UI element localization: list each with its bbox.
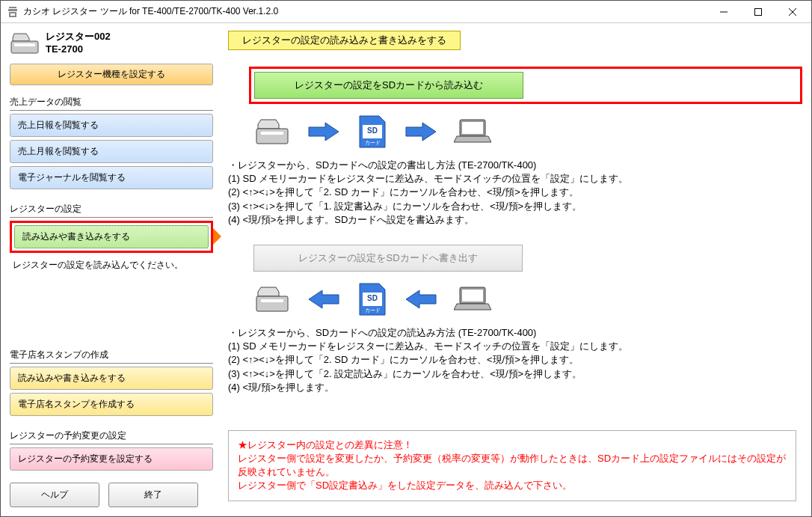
daily-report-button[interactable]: 売上日報を閲覧する (10, 114, 213, 137)
svg-rect-0 (10, 13, 15, 16)
svg-text:SD: SD (367, 126, 378, 135)
svg-rect-8 (261, 132, 283, 135)
read-flow-row: SDカード (253, 114, 802, 151)
settings-rw-button[interactable]: 読み込みや書き込みをする (14, 225, 209, 248)
svg-rect-2 (755, 8, 762, 15)
svg-text:カード: カード (365, 308, 381, 313)
write-to-sd-button[interactable]: レジスターの設定をSDカードへ書き出す (253, 245, 523, 272)
sd-card-icon: SDカード (357, 282, 388, 319)
section-sales-label: 売上データの閲覧 (10, 96, 213, 111)
exit-button[interactable]: 終了 (108, 483, 198, 507)
title-bar: カシオ レジスター ツール for TE-400/TE-2700/TK-400 … (1, 1, 811, 23)
journal-button[interactable]: 電子ジャーナルを閲覧する (10, 166, 213, 189)
warning-box: ★レジスター内の設定との差異に注意！ レジスター側で設定を変更したか、予約変更（… (228, 430, 796, 501)
read-from-sd-button[interactable]: レジスターの設定をSDカードから読み込む (254, 72, 523, 99)
maximize-button[interactable] (741, 1, 775, 23)
register-name: レジスター002 (46, 31, 111, 43)
help-button[interactable]: ヘルプ (10, 483, 99, 507)
register-icon (10, 32, 40, 55)
hint-text: レジスターの設定を読み込んでください。 (10, 259, 213, 272)
read-button-highlight: レジスターの設定をSDカードから読み込む (249, 67, 802, 104)
register-model: TE-2700 (46, 43, 111, 56)
svg-text:SD: SD (367, 294, 378, 302)
register-small-icon (253, 286, 291, 315)
write-flow-row: SDカード (253, 282, 802, 319)
arrow-left-icon (405, 289, 437, 312)
arrow-right-icon (405, 121, 437, 144)
stamp-rw-button[interactable]: 読み込みや書き込みをする (10, 367, 213, 390)
svg-rect-20 (462, 290, 483, 302)
write-instructions: ・レジスターから、SDカードへの設定の書出し方法 (TE-2700/TK-400… (228, 159, 802, 227)
svg-rect-7 (256, 129, 288, 144)
app-icon (7, 6, 19, 18)
read-instructions: ・レジスターから、SDカードへの設定の読込み方法 (TE-2700/TK-400… (228, 326, 802, 394)
register-small-icon (253, 118, 291, 147)
window-title: カシオ レジスター ツール for TE-400/TE-2700/TK-400 … (23, 5, 707, 18)
minimize-button[interactable] (707, 1, 741, 23)
reserve-button[interactable]: レジスターの予約変更を設定する (10, 447, 213, 471)
page-banner: レジスターの設定の読み込みと書き込みをする (228, 31, 461, 50)
sd-card-icon: SDカード (357, 114, 388, 151)
monthly-report-button[interactable]: 売上月報を閲覧する (10, 140, 213, 163)
sidebar: レジスター002 TE-2700 レジスター機種を設定する 売上データの閲覧 売… (10, 31, 213, 516)
svg-rect-6 (14, 43, 35, 46)
section-reserve-label: レジスターの予約変更の設定 (10, 429, 213, 444)
stamp-create-button[interactable]: 電子店名スタンプを作成する (10, 393, 213, 416)
content-area: レジスターの設定の読み込みと書き込みをする レジスターの設定をSDカードから読み… (213, 31, 802, 516)
svg-text:カード: カード (365, 140, 381, 145)
section-stamp-label: 電子店名スタンプの作成 (10, 349, 213, 364)
laptop-icon (454, 118, 491, 147)
arrow-left-icon (307, 289, 340, 312)
svg-rect-15 (261, 299, 283, 302)
close-button[interactable] (775, 1, 810, 23)
selected-nav-highlight: 読み込みや書き込みをする (10, 221, 213, 253)
svg-rect-14 (256, 296, 288, 311)
configure-model-button[interactable]: レジスター機種を設定する (10, 64, 213, 85)
laptop-icon (454, 286, 491, 315)
arrow-right-icon (307, 121, 340, 144)
section-settings-label: レジスターの設定 (10, 203, 213, 218)
svg-rect-5 (11, 41, 38, 53)
svg-rect-13 (462, 122, 483, 134)
